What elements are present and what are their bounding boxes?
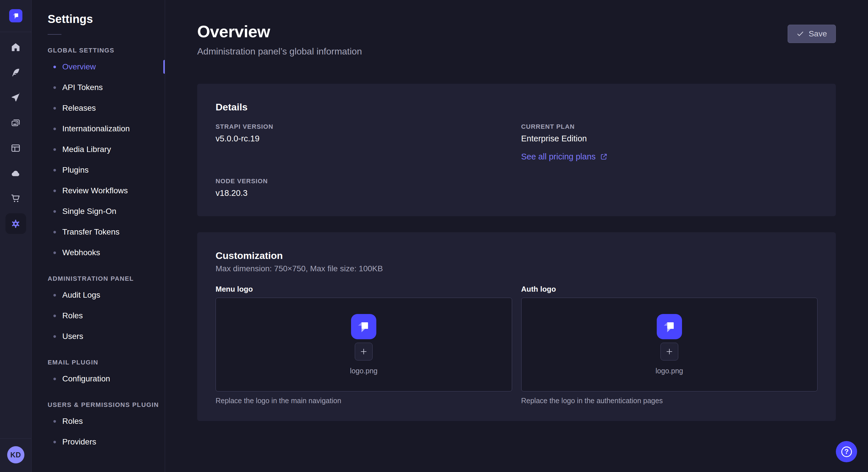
layout-icon bbox=[11, 143, 21, 153]
subnav-item-admin-users[interactable]: Users bbox=[32, 326, 165, 347]
pricing-plans-link[interactable]: See all pricing plans bbox=[521, 152, 608, 162]
menu-logo-label: Menu logo bbox=[216, 285, 512, 294]
subnav-item-plugins[interactable]: Plugins bbox=[32, 160, 165, 180]
subnav-section-users-permissions: USERS & PERMISSIONS PLUGIN Roles Provide… bbox=[32, 401, 165, 452]
subnav-item-releases[interactable]: Releases bbox=[32, 98, 165, 119]
bullet-icon bbox=[53, 107, 56, 109]
cart-icon bbox=[11, 194, 21, 204]
details-title: Details bbox=[216, 102, 817, 113]
subnav-item-label: Transfer Tokens bbox=[62, 227, 119, 237]
subnav-item-label: Internationalization bbox=[62, 124, 130, 133]
settings-subnav: Settings GLOBAL SETTINGS Overview API To… bbox=[32, 0, 165, 472]
subnav-item-review-workflows[interactable]: Review Workflows bbox=[32, 180, 165, 201]
auth-logo-dropzone[interactable]: logo.png bbox=[521, 298, 818, 392]
external-link-icon bbox=[600, 153, 608, 161]
page-title: Overview bbox=[197, 22, 836, 41]
subnav-item-media-library[interactable]: Media Library bbox=[32, 139, 165, 160]
pictures-icon bbox=[11, 118, 21, 128]
subnav-item-label: Audit Logs bbox=[62, 291, 100, 300]
gear-icon bbox=[11, 219, 21, 229]
subnav-item-label: Users bbox=[62, 332, 83, 341]
subnav-item-label: Overview bbox=[62, 62, 96, 71]
nav-item-content-manager[interactable] bbox=[5, 138, 26, 158]
user-avatar[interactable]: KD bbox=[7, 446, 24, 463]
subnav-item-label: Providers bbox=[62, 437, 96, 446]
subnav-item-up-roles[interactable]: Roles bbox=[32, 411, 165, 432]
nav-item-home[interactable] bbox=[5, 37, 26, 57]
subnav-item-api-tokens[interactable]: API Tokens bbox=[32, 77, 165, 98]
subnav-list: Roles Providers bbox=[32, 411, 165, 452]
subnav-item-transfer-tokens[interactable]: Transfer Tokens bbox=[32, 222, 165, 242]
save-button[interactable]: Save bbox=[787, 25, 836, 43]
nav-item-deploy[interactable] bbox=[5, 87, 26, 108]
menu-logo-add-button[interactable] bbox=[355, 343, 373, 361]
details-card: Details STRAPI VERSION v5.0.0-rc.19 CURR… bbox=[197, 84, 836, 216]
subnav-section-heading: EMAIL PLUGIN bbox=[48, 359, 165, 366]
subnav-item-overview[interactable]: Overview bbox=[32, 57, 165, 77]
subnav-item-email-configuration[interactable]: Configuration bbox=[32, 369, 165, 389]
auth-logo-preview bbox=[657, 314, 682, 339]
check-icon bbox=[797, 30, 804, 38]
bullet-icon bbox=[53, 294, 56, 297]
auth-logo-add-button[interactable] bbox=[660, 343, 678, 361]
subnav-item-audit-logs[interactable]: Audit Logs bbox=[32, 285, 165, 305]
subnav-section-heading: ADMINISTRATION PANEL bbox=[48, 275, 165, 282]
active-indicator bbox=[163, 60, 165, 74]
main-content: Overview Administration panel’s global i… bbox=[165, 0, 868, 472]
nav-item-media-library[interactable] bbox=[5, 112, 26, 133]
subnav-item-single-sign-on[interactable]: Single Sign-On bbox=[32, 201, 165, 222]
subnav-item-label: Review Workflows bbox=[62, 186, 128, 195]
bullet-icon bbox=[53, 148, 56, 151]
bullet-icon bbox=[53, 169, 56, 171]
subnav-item-label: Roles bbox=[62, 311, 83, 320]
page-subtitle: Administration panel’s global informatio… bbox=[197, 46, 836, 57]
subnav-item-label: Media Library bbox=[62, 145, 111, 154]
rail-nav bbox=[5, 37, 26, 234]
bullet-icon bbox=[53, 251, 56, 254]
logo-upload-grid: Menu logo bbox=[216, 285, 817, 405]
plus-icon bbox=[665, 347, 674, 356]
auth-logo-field: Auth logo bbox=[521, 285, 818, 405]
pricing-plans-link-label: See all pricing plans bbox=[521, 152, 596, 162]
cloud-icon bbox=[11, 168, 21, 178]
customization-title: Customization bbox=[216, 250, 817, 261]
feather-icon bbox=[11, 67, 21, 77]
nav-item-cloud[interactable] bbox=[5, 163, 26, 183]
bullet-icon bbox=[53, 128, 56, 130]
nav-item-settings[interactable] bbox=[5, 213, 26, 234]
bullet-icon bbox=[53, 314, 56, 317]
save-button-label: Save bbox=[809, 29, 827, 38]
subnav-item-internationalization[interactable]: Internationalization bbox=[32, 119, 165, 139]
nav-item-content-builder[interactable] bbox=[5, 62, 26, 82]
auth-logo-filename: logo.png bbox=[656, 367, 683, 375]
subnav-section-email-plugin: EMAIL PLUGIN Configuration bbox=[32, 359, 165, 389]
subnav-item-up-providers[interactable]: Providers bbox=[32, 432, 165, 452]
menu-logo-field: Menu logo bbox=[216, 285, 512, 405]
help-button[interactable]: ? bbox=[836, 441, 857, 462]
bullet-icon bbox=[53, 441, 56, 443]
nav-item-marketplace[interactable] bbox=[5, 188, 26, 209]
subnav-title: Settings bbox=[48, 12, 165, 26]
subnav-item-admin-roles[interactable]: Roles bbox=[32, 305, 165, 326]
menu-logo-dropzone[interactable]: logo.png bbox=[216, 298, 512, 392]
field-value: v5.0.0-rc.19 bbox=[216, 134, 512, 143]
field-label: CURRENT PLAN bbox=[521, 123, 818, 131]
strapi-logo[interactable] bbox=[9, 9, 22, 22]
subnav-item-webhooks[interactable]: Webhooks bbox=[32, 242, 165, 263]
subnav-section-heading: USERS & PERMISSIONS PLUGIN bbox=[48, 401, 165, 409]
details-grid: STRAPI VERSION v5.0.0-rc.19 CURRENT PLAN… bbox=[216, 123, 817, 198]
field-value: Enterprise Edition bbox=[521, 134, 818, 143]
app-root: KD Settings GLOBAL SETTINGS Overview API… bbox=[0, 0, 868, 472]
subnav-item-label: Releases bbox=[62, 103, 96, 113]
subnav-section-global: GLOBAL SETTINGS Overview API Tokens Rele… bbox=[32, 47, 165, 263]
menu-logo-filename: logo.png bbox=[350, 367, 377, 375]
question-mark-icon: ? bbox=[841, 446, 852, 457]
subnav-list: Audit Logs Roles Users bbox=[32, 285, 165, 347]
main-nav-rail: KD bbox=[0, 0, 32, 472]
subnav-item-label: Plugins bbox=[62, 165, 89, 175]
bullet-icon bbox=[53, 66, 56, 68]
subnav-item-label: Single Sign-On bbox=[62, 207, 116, 216]
bullet-icon bbox=[53, 420, 56, 423]
details-grid-spacer bbox=[521, 177, 818, 198]
subnav-section-admin-panel: ADMINISTRATION PANEL Audit Logs Roles Us… bbox=[32, 275, 165, 347]
